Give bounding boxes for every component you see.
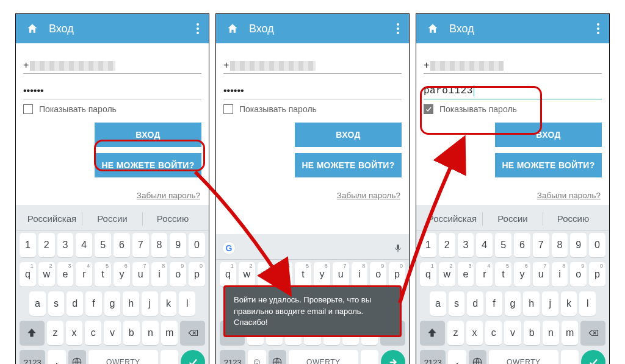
forgot-password-link[interactable]: Забыли пароль?: [537, 191, 601, 200]
key-m[interactable]: m: [161, 321, 178, 345]
key-o[interactable]: o9: [170, 262, 186, 287]
symbols-key[interactable]: ?123: [420, 350, 446, 364]
key-h[interactable]: h: [523, 291, 540, 316]
key-g[interactable]: g: [104, 291, 121, 316]
forgot-password-link[interactable]: Забыли пароль?: [337, 191, 400, 200]
shift-key[interactable]: [420, 321, 445, 345]
dot-key[interactable]: .: [361, 350, 378, 364]
key-o[interactable]: o9: [570, 262, 587, 287]
key-m[interactable]: m: [562, 321, 578, 345]
overflow-menu-icon[interactable]: [397, 27, 399, 30]
key-r[interactable]: r4: [476, 262, 493, 287]
key-u[interactable]: u7: [533, 262, 549, 287]
key-l[interactable]: l: [179, 291, 195, 316]
comma-key[interactable]: ,: [48, 350, 65, 364]
login-button[interactable]: ВХОД: [495, 123, 602, 147]
suggestion-1[interactable]: Российская: [422, 213, 482, 224]
globe-key[interactable]: [68, 350, 86, 364]
key-i[interactable]: i8: [151, 262, 168, 287]
key-x[interactable]: x: [66, 321, 82, 345]
key-y[interactable]: y6: [114, 262, 130, 287]
mic-icon[interactable]: [393, 242, 403, 254]
login-button[interactable]: ВХОД: [295, 123, 402, 147]
key-j[interactable]: j: [142, 291, 158, 316]
key-f[interactable]: f: [486, 291, 502, 316]
symbols-key[interactable]: ?123: [20, 350, 45, 364]
key-7[interactable]: 7: [533, 233, 549, 257]
key-n[interactable]: n: [543, 321, 559, 345]
phone-field[interactable]: +: [223, 52, 402, 74]
key-3[interactable]: 3: [458, 233, 474, 257]
key-h[interactable]: h: [123, 291, 139, 316]
phone-field[interactable]: +: [23, 52, 201, 74]
space-key[interactable]: QWERTY: [289, 350, 358, 364]
key-e[interactable]: e3: [458, 262, 474, 287]
key-a[interactable]: a: [430, 291, 446, 316]
key-n[interactable]: n: [142, 321, 159, 345]
space-key[interactable]: QWERTY: [489, 350, 558, 364]
key-c[interactable]: c: [85, 321, 101, 345]
show-password-checkbox[interactable]: Показывать пароль: [23, 104, 201, 114]
key-a[interactable]: a: [29, 291, 46, 316]
key-q[interactable]: q1: [20, 262, 36, 287]
key-9[interactable]: 9: [170, 233, 186, 257]
key-0[interactable]: 0: [189, 233, 205, 257]
overflow-menu-icon[interactable]: [197, 27, 199, 30]
key-r[interactable]: r4: [276, 262, 292, 287]
key-u[interactable]: u7: [333, 262, 349, 287]
dot-key[interactable]: .: [161, 350, 178, 364]
suggestion-3[interactable]: Россию: [143, 213, 203, 224]
key-e[interactable]: e3: [258, 262, 274, 287]
key-2[interactable]: 2: [38, 233, 55, 257]
shift-key[interactable]: [20, 321, 45, 345]
key-w[interactable]: w2: [439, 262, 455, 287]
show-password-checkbox[interactable]: Показывать пароль: [223, 104, 402, 114]
key-o[interactable]: o9: [370, 262, 386, 287]
key-1[interactable]: 1: [420, 233, 436, 257]
key-v[interactable]: v: [504, 321, 521, 345]
key-w[interactable]: w2: [38, 262, 55, 287]
cant-login-button[interactable]: НЕ МОЖЕТЕ ВОЙТИ?: [295, 153, 402, 177]
cant-login-button[interactable]: НЕ МОЖЕТЕ ВОЙТИ?: [495, 153, 602, 177]
key-b[interactable]: b: [123, 321, 140, 345]
password-field[interactable]: ••••••: [23, 77, 201, 99]
suggestion-2[interactable]: России: [483, 213, 543, 224]
key-4[interactable]: 4: [476, 233, 493, 257]
key-c[interactable]: c: [485, 321, 502, 345]
key-8[interactable]: 8: [151, 233, 168, 257]
key-l[interactable]: l: [579, 291, 596, 316]
key-x[interactable]: x: [466, 321, 483, 345]
key-d[interactable]: d: [67, 291, 83, 316]
emoji-key[interactable]: ☺: [248, 350, 266, 364]
overflow-menu-icon[interactable]: [597, 27, 599, 30]
phone-field[interactable]: +: [424, 52, 602, 74]
space-key[interactable]: QWERTY: [89, 350, 158, 364]
key-6[interactable]: 6: [514, 233, 530, 257]
key-5[interactable]: 5: [95, 233, 111, 257]
dot-key[interactable]: .: [561, 350, 579, 364]
forgot-password-link[interactable]: Забыли пароль?: [137, 191, 200, 200]
suggestion-3[interactable]: Россию: [543, 213, 603, 224]
key-b[interactable]: b: [524, 321, 540, 345]
key-k[interactable]: k: [161, 291, 177, 316]
key-y[interactable]: y6: [514, 262, 530, 287]
key-7[interactable]: 7: [132, 233, 149, 257]
backspace-key[interactable]: [180, 321, 205, 345]
password-field[interactable]: ••••••: [223, 77, 402, 99]
symbols-key[interactable]: ?123: [220, 350, 245, 364]
key-p[interactable]: p0: [389, 262, 405, 287]
globe-key[interactable]: [269, 350, 286, 364]
enter-key[interactable]: [381, 350, 405, 364]
key-s[interactable]: s: [48, 291, 65, 316]
key-u[interactable]: u7: [132, 262, 149, 287]
key-j[interactable]: j: [542, 291, 558, 316]
key-f[interactable]: f: [85, 291, 102, 316]
enter-key[interactable]: [181, 350, 205, 364]
key-v[interactable]: v: [104, 321, 120, 345]
key-2[interactable]: 2: [439, 233, 455, 257]
key-1[interactable]: 1: [20, 233, 36, 257]
globe-key[interactable]: [469, 350, 486, 364]
cant-login-button[interactable]: НЕ МОЖЕТЕ ВОЙТИ?: [95, 153, 201, 177]
key-g[interactable]: g: [505, 291, 521, 316]
key-y[interactable]: y6: [314, 262, 330, 287]
